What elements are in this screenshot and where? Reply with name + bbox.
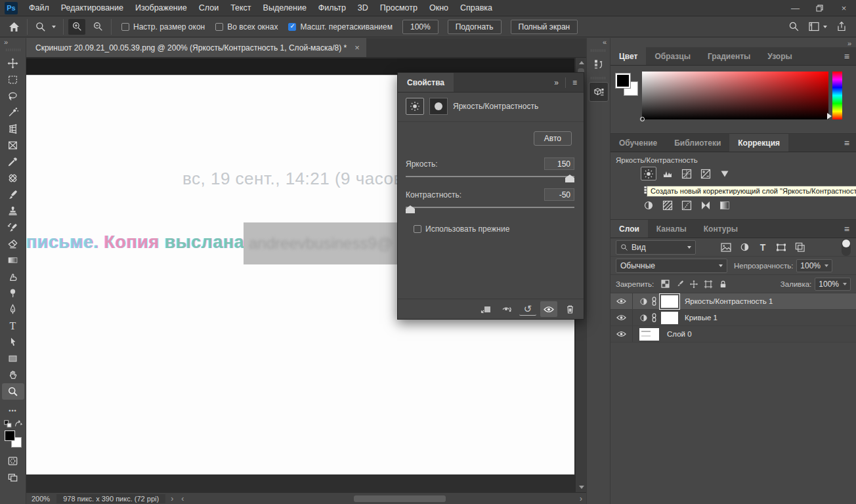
restore-button[interactable] bbox=[807, 0, 832, 16]
vibrance-icon[interactable] bbox=[717, 167, 733, 180]
use-legacy-checkbox[interactable] bbox=[414, 225, 421, 233]
exposure-icon[interactable] bbox=[698, 167, 714, 180]
tool-zoom[interactable] bbox=[2, 383, 24, 400]
quick-mask-button[interactable] bbox=[2, 453, 24, 469]
filter-smart-objects-icon[interactable] bbox=[792, 240, 807, 255]
invert-icon[interactable] bbox=[698, 198, 714, 212]
foreground-background-swatches[interactable] bbox=[5, 430, 22, 448]
reset-icon[interactable]: ↺ bbox=[519, 303, 536, 316]
zoom-tool-preset[interactable] bbox=[32, 19, 49, 35]
use-legacy-option[interactable]: Использовать прежние bbox=[406, 214, 574, 234]
close-document-icon[interactable]: × bbox=[354, 43, 360, 52]
screen-mode-button[interactable] bbox=[2, 469, 24, 486]
tool-pen[interactable] bbox=[2, 301, 24, 318]
menu-3d[interactable]: 3D bbox=[352, 0, 374, 16]
layer-mask-thumbnail[interactable] bbox=[661, 295, 678, 308]
tab-layers[interactable]: Слои bbox=[610, 220, 648, 238]
contrast-slider[interactable] bbox=[406, 205, 574, 214]
layer-visibility-toggle[interactable] bbox=[610, 326, 633, 342]
brightness-slider-thumb[interactable] bbox=[565, 175, 574, 182]
foreground-color-swatch[interactable] bbox=[616, 74, 630, 88]
clip-to-layer-icon[interactable] bbox=[477, 301, 494, 317]
lock-position-icon[interactable] bbox=[687, 278, 700, 291]
layer-thumbnail[interactable] bbox=[639, 328, 659, 341]
tool-quick-selection[interactable] bbox=[2, 104, 24, 121]
layer-name[interactable]: Слой 0 bbox=[667, 330, 692, 338]
layer-mask-badge-icon[interactable] bbox=[429, 98, 448, 115]
lock-pixels-icon[interactable] bbox=[673, 278, 686, 291]
layer-filter-toggle[interactable] bbox=[842, 239, 851, 256]
tool-hand[interactable] bbox=[2, 367, 24, 383]
filter-pixel-layers-icon[interactable] bbox=[718, 240, 734, 255]
layer-filter-type-select[interactable]: Вид bbox=[616, 240, 696, 255]
properties-panel-button[interactable] bbox=[589, 82, 609, 102]
tab-gradients[interactable]: Градиенты bbox=[699, 47, 759, 65]
layer-row-background[interactable]: Слой 0 bbox=[610, 326, 856, 343]
fill-screen-button[interactable]: Полный экран bbox=[511, 20, 578, 34]
properties-panel-header[interactable]: Свойства » ≡ bbox=[398, 73, 584, 93]
zoom-100-button[interactable]: 100% bbox=[402, 20, 439, 34]
menu-filter[interactable]: Фильтр bbox=[312, 0, 352, 16]
tool-brush[interactable] bbox=[2, 186, 24, 203]
curves-icon[interactable] bbox=[679, 167, 695, 180]
panel-menu-icon[interactable]: ≡ bbox=[838, 134, 856, 152]
visibility-eye-icon[interactable] bbox=[540, 301, 557, 317]
layer-row-brightness-contrast[interactable]: Яркость/Контрастность 1 bbox=[610, 293, 856, 310]
levels-icon[interactable] bbox=[660, 167, 675, 180]
tab-libraries[interactable]: Библиотеки bbox=[666, 134, 729, 152]
filter-shape-layers-icon[interactable] bbox=[773, 240, 789, 255]
color-field-marker[interactable] bbox=[640, 117, 645, 121]
scrubby-zoom-checkbox[interactable] bbox=[288, 23, 296, 31]
tool-history-brush[interactable] bbox=[2, 219, 24, 236]
brightness-slider[interactable] bbox=[406, 174, 574, 183]
menu-view[interactable]: Просмотр bbox=[374, 0, 423, 16]
scroll-up-icon[interactable] bbox=[579, 61, 584, 64]
fit-screen-button[interactable]: Подогнать bbox=[448, 20, 502, 34]
collapse-panel-icon[interactable]: » bbox=[554, 78, 559, 87]
color-lookup-icon[interactable] bbox=[679, 198, 695, 212]
channel-mixer-icon[interactable] bbox=[660, 198, 675, 212]
edit-toolbar-button[interactable]: ••• bbox=[2, 402, 24, 419]
tool-move[interactable] bbox=[2, 55, 24, 72]
layer-mask-thumbnail[interactable] bbox=[661, 312, 678, 324]
tool-rectangular-marquee[interactable] bbox=[2, 72, 24, 88]
dock-header[interactable]: » bbox=[610, 38, 856, 47]
foreground-color-swatch[interactable] bbox=[5, 430, 15, 441]
home-button[interactable] bbox=[5, 19, 22, 35]
tool-dodge[interactable] bbox=[2, 285, 24, 301]
tab-learn[interactable]: Обучение bbox=[610, 134, 666, 152]
menu-layers[interactable]: Слои bbox=[193, 0, 225, 16]
scroll-left-icon[interactable]: ‹ bbox=[179, 494, 186, 503]
filter-adjustment-layers-icon[interactable] bbox=[737, 240, 752, 255]
fill-select[interactable]: 100% bbox=[815, 278, 851, 291]
opacity-select[interactable]: 100% bbox=[796, 259, 832, 272]
resize-windows-checkbox[interactable] bbox=[121, 23, 129, 31]
tool-clone-stamp[interactable] bbox=[2, 203, 24, 219]
workspace-switcher[interactable] bbox=[809, 22, 827, 32]
tool-smudge[interactable] bbox=[2, 268, 24, 285]
all-windows-checkbox[interactable] bbox=[215, 23, 223, 31]
history-panel-button[interactable] bbox=[589, 54, 609, 74]
all-windows-option[interactable]: Во всех окнах bbox=[215, 22, 278, 32]
close-window-button[interactable]: × bbox=[832, 0, 856, 16]
tab-adjustments[interactable]: Коррекция bbox=[729, 134, 788, 152]
tool-lasso[interactable] bbox=[2, 88, 24, 104]
status-zoom-level[interactable]: 200% bbox=[26, 495, 56, 503]
share-icon[interactable] bbox=[836, 21, 847, 32]
swap-colors-icon[interactable] bbox=[14, 420, 22, 428]
lock-transparency-icon[interactable] bbox=[658, 278, 672, 291]
tool-gradient[interactable] bbox=[2, 252, 24, 268]
horizontal-scrollbar[interactable] bbox=[186, 495, 573, 503]
resize-windows-option[interactable]: Настр. размер окон bbox=[121, 22, 205, 32]
tab-channels[interactable]: Каналы bbox=[648, 220, 695, 238]
default-colors-icon[interactable] bbox=[4, 420, 12, 428]
auto-button[interactable]: Авто bbox=[534, 131, 572, 146]
zoom-preset-caret-icon[interactable] bbox=[52, 26, 56, 28]
status-expand-icon[interactable]: › bbox=[165, 494, 179, 503]
filter-type-layers-icon[interactable]: T bbox=[755, 240, 771, 255]
zoom-out-button[interactable] bbox=[89, 19, 106, 35]
hue-slider[interactable] bbox=[832, 72, 842, 119]
menu-file[interactable]: Файл bbox=[23, 0, 55, 16]
menu-image[interactable]: Изображение bbox=[129, 0, 193, 16]
tool-frame[interactable] bbox=[2, 137, 24, 154]
